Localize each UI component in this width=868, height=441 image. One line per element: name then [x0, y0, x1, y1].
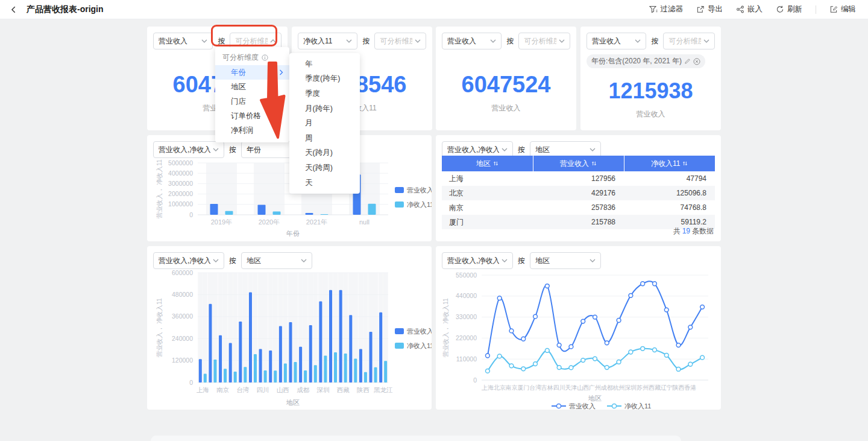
granularity-item-季度(跨年)[interactable]: 季度(跨年)	[289, 72, 360, 87]
bar-净收入11-天津[interactable]	[274, 370, 277, 382]
measure-select[interactable]: 营业收入,净收入11	[153, 141, 224, 158]
point-净收入11-成都[interactable]	[605, 366, 609, 370]
point-营业收入-深圳[interactable]	[629, 293, 633, 297]
table-column-header-营业收入[interactable]: 营业收入	[533, 156, 624, 171]
point-营业收入-苏州[interactable]	[641, 282, 645, 286]
granularity-item-年[interactable]: 年	[289, 57, 360, 72]
bar-营业收入-深圳[interactable]	[319, 302, 322, 382]
bar-净收入11-南京[interactable]	[224, 369, 227, 382]
dimension-select[interactable]: 可分析维度	[663, 33, 715, 49]
bar-净收入11-香港[interactable]	[374, 367, 377, 382]
table-row[interactable]: 南京25783674768.8	[442, 200, 715, 215]
过滤器-toolbar-button[interactable]: 过滤器	[649, 4, 684, 14]
granularity-item-天(跨周)[interactable]: 天(跨周)	[289, 160, 360, 176]
dimension-menu-item-订单价格[interactable]: 订单价格	[215, 109, 289, 123]
bar-净收入11-厦门[interactable]	[234, 372, 237, 382]
back-button[interactable]	[5, 0, 23, 19]
table-row[interactable]: 上海12795647794	[442, 171, 715, 186]
bar-营业收入-厦门[interactable]	[229, 343, 232, 382]
bar-营业收入-2019年[interactable]	[210, 204, 218, 215]
point-营业收入-吉林[interactable]	[545, 284, 549, 288]
bar-营业收入-2020年[interactable]	[258, 205, 266, 215]
granularity-item-周[interactable]: 周	[289, 131, 360, 146]
point-净收入11-厦门[interactable]	[521, 367, 526, 371]
sort-icon[interactable]	[591, 160, 597, 167]
point-净收入11-辽宁[interactable]	[664, 353, 668, 357]
point-营业收入-杭州[interactable]	[617, 319, 621, 323]
granularity-item-月[interactable]: 月	[289, 116, 360, 131]
bar-净收入11-上海[interactable]	[204, 374, 207, 382]
bar-净收入11-西藏[interactable]	[344, 354, 347, 382]
footer-count[interactable]: 19	[682, 227, 690, 235]
measure-select[interactable]: 营业收入	[153, 33, 213, 49]
bar-净收入11-四川[interactable]	[264, 370, 267, 382]
bar-营业收入-成都[interactable]	[299, 347, 302, 382]
bar-净收入11-黑龙江[interactable]	[384, 361, 387, 382]
bar-营业收入-辽宁[interactable]	[349, 315, 352, 382]
measure-select[interactable]: 净收入11	[298, 33, 357, 49]
point-净收入11-山西[interactable]	[581, 358, 585, 363]
bar-营业收入-北京[interactable]	[209, 304, 212, 382]
point-净收入11-苏州[interactable]	[641, 346, 645, 351]
measure-select[interactable]: 营业收入	[442, 33, 502, 49]
point-营业收入-香港[interactable]	[688, 325, 693, 329]
bar-营业收入-上海[interactable]	[199, 359, 202, 382]
刷新-toolbar-button[interactable]: 刷新	[776, 4, 802, 14]
point-营业收入-辽宁[interactable]	[664, 308, 668, 312]
dimension-menu-item-地区[interactable]: 地区	[215, 80, 289, 94]
point-净收入11-陕西[interactable]	[676, 367, 681, 372]
bar-营业收入-苏州[interactable]	[329, 290, 332, 382]
bar-净收入11-成都[interactable]	[304, 370, 307, 382]
remove-filter-icon[interactable]	[693, 58, 700, 65]
point-营业收入-四川[interactable]	[557, 343, 561, 347]
granularity-item-天(跨月)[interactable]: 天(跨月)	[289, 146, 360, 161]
bar-营业收入-陕西[interactable]	[359, 349, 362, 382]
bar-净收入11-山西[interactable]	[284, 363, 287, 382]
dimension-select[interactable]: 地区	[530, 252, 601, 269]
bar-净收入11-辽宁[interactable]	[354, 359, 357, 382]
point-净收入11-杭州[interactable]	[617, 360, 621, 364]
point-净收入11-广州[interactable]	[593, 357, 597, 361]
bar-营业收入-吉林[interactable]	[249, 292, 252, 382]
point-营业收入-北京[interactable]	[497, 296, 502, 300]
dimension-menu-item-净利润[interactable]: 净利润	[215, 123, 289, 138]
point-净收入11-黑龙江[interactable]	[700, 355, 705, 360]
dimension-menu-item-门店[interactable]: 门店	[215, 94, 289, 109]
bar-净收入11-陕西[interactable]	[364, 372, 367, 382]
导出-toolbar-button[interactable]: 导出	[696, 4, 723, 14]
edit-filter-icon[interactable]	[684, 58, 691, 65]
point-净收入11-天津[interactable]	[569, 366, 573, 370]
编辑-toolbar-button[interactable]: 编辑	[829, 4, 856, 14]
point-净收入11-深圳[interactable]	[629, 350, 633, 354]
bar-营业收入-山西[interactable]	[279, 326, 282, 382]
bar-净收入11-null[interactable]	[368, 204, 376, 215]
bar-营业收入-杭州[interactable]	[309, 325, 312, 382]
bar-净收入11-北京[interactable]	[213, 360, 216, 382]
point-净收入11-北京[interactable]	[497, 354, 502, 358]
point-净收入11-吉林[interactable]	[545, 349, 549, 353]
point-营业收入-南京[interactable]	[509, 329, 514, 333]
bar-营业收入-台湾[interactable]	[239, 322, 242, 382]
bar-净收入11-苏州[interactable]	[334, 352, 337, 382]
bar-营业收入-四川[interactable]	[259, 349, 262, 382]
granularity-item-月(跨年)[interactable]: 月(跨年)	[289, 101, 360, 116]
point-净收入11-香港[interactable]	[688, 362, 693, 366]
point-营业收入-天津[interactable]	[569, 344, 573, 349]
bar-营业收入-天津[interactable]	[269, 351, 272, 382]
table-row[interactable]: 北京429176125096.8	[442, 186, 715, 200]
bar-营业收入-黑龙江[interactable]	[379, 313, 382, 382]
bar-净收入11-深圳[interactable]	[324, 355, 327, 382]
sort-icon[interactable]	[682, 160, 688, 167]
bar-净收入11-2019年[interactable]	[225, 211, 233, 215]
point-净收入11-西藏[interactable]	[653, 348, 657, 352]
dimension-select[interactable]: 可分析维度	[374, 33, 426, 49]
bar-营业收入-香港[interactable]	[370, 332, 373, 382]
point-营业收入-厦门[interactable]	[521, 337, 526, 341]
dimension-select[interactable]: 地区	[241, 252, 312, 269]
bar-净收入11-广州[interactable]	[294, 362, 297, 382]
measure-select[interactable]: 营业收入	[587, 33, 646, 49]
point-营业收入-台湾[interactable]	[533, 314, 538, 319]
dimension-select[interactable]: 可分析维度	[518, 33, 570, 49]
bar-营业收入-广州[interactable]	[289, 322, 292, 382]
point-营业收入-陕西[interactable]	[676, 343, 681, 347]
